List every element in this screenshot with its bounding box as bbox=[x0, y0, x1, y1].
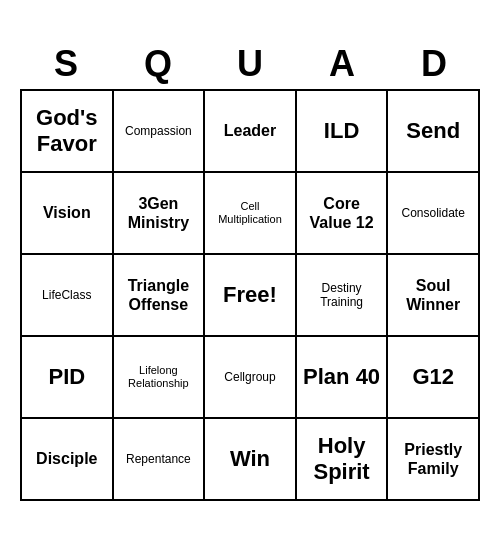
title-letter: U bbox=[204, 43, 296, 85]
cell-text: PID bbox=[48, 364, 85, 390]
cell-text: Free! bbox=[223, 282, 277, 308]
bingo-cell: Vision bbox=[22, 173, 114, 255]
bingo-cell: Win bbox=[205, 419, 297, 501]
bingo-cell: Cell Multiplication bbox=[205, 173, 297, 255]
bingo-cell: Priestly Family bbox=[388, 419, 480, 501]
cell-text: LifeClass bbox=[42, 288, 91, 302]
title-letter: D bbox=[388, 43, 480, 85]
bingo-cell: PID bbox=[22, 337, 114, 419]
cell-text: Leader bbox=[224, 121, 276, 140]
cell-text: Triangle Offense bbox=[118, 276, 200, 314]
bingo-grid: God's FavorCompassionLeaderILDSendVision… bbox=[20, 89, 480, 501]
cell-text: ILD bbox=[324, 118, 359, 144]
bingo-cell: Free! bbox=[205, 255, 297, 337]
bingo-cell: Core Value 12 bbox=[297, 173, 389, 255]
bingo-cell: Soul Winner bbox=[388, 255, 480, 337]
bingo-cell: 3Gen Ministry bbox=[114, 173, 206, 255]
cell-text: God's Favor bbox=[26, 105, 108, 158]
bingo-cell: Repentance bbox=[114, 419, 206, 501]
bingo-cell: Destiny Training bbox=[297, 255, 389, 337]
cell-text: Disciple bbox=[36, 449, 97, 468]
cell-text: Consolidate bbox=[402, 206, 465, 220]
bingo-cell: G12 bbox=[388, 337, 480, 419]
cell-text: Core Value 12 bbox=[301, 194, 383, 232]
cell-text: Lifelong Relationship bbox=[118, 364, 200, 390]
bingo-cell: God's Favor bbox=[22, 91, 114, 173]
bingo-cell: Consolidate bbox=[388, 173, 480, 255]
bingo-cell: Compassion bbox=[114, 91, 206, 173]
bingo-cell: Cellgroup bbox=[205, 337, 297, 419]
cell-text: Priestly Family bbox=[392, 440, 474, 478]
cell-text: G12 bbox=[412, 364, 454, 390]
cell-text: Cellgroup bbox=[224, 370, 275, 384]
bingo-cell: Send bbox=[388, 91, 480, 173]
cell-text: Holy Spirit bbox=[301, 433, 383, 486]
bingo-cell: Lifelong Relationship bbox=[114, 337, 206, 419]
cell-text: Cell Multiplication bbox=[209, 200, 291, 226]
bingo-cell: Plan 40 bbox=[297, 337, 389, 419]
bingo-cell: LifeClass bbox=[22, 255, 114, 337]
bingo-title: SQUAD bbox=[20, 43, 480, 85]
title-letter: Q bbox=[112, 43, 204, 85]
bingo-cell: Triangle Offense bbox=[114, 255, 206, 337]
bingo-card: SQUAD God's FavorCompassionLeaderILDSend… bbox=[20, 43, 480, 501]
cell-text: Repentance bbox=[126, 452, 191, 466]
bingo-cell: ILD bbox=[297, 91, 389, 173]
title-letter: A bbox=[296, 43, 388, 85]
cell-text: Plan 40 bbox=[303, 364, 380, 390]
bingo-cell: Disciple bbox=[22, 419, 114, 501]
cell-text: Win bbox=[230, 446, 270, 472]
bingo-cell: Holy Spirit bbox=[297, 419, 389, 501]
bingo-cell: Leader bbox=[205, 91, 297, 173]
cell-text: Destiny Training bbox=[301, 281, 383, 310]
title-letter: S bbox=[20, 43, 112, 85]
cell-text: 3Gen Ministry bbox=[118, 194, 200, 232]
cell-text: Compassion bbox=[125, 124, 192, 138]
cell-text: Send bbox=[406, 118, 460, 144]
cell-text: Soul Winner bbox=[392, 276, 474, 314]
cell-text: Vision bbox=[43, 203, 91, 222]
